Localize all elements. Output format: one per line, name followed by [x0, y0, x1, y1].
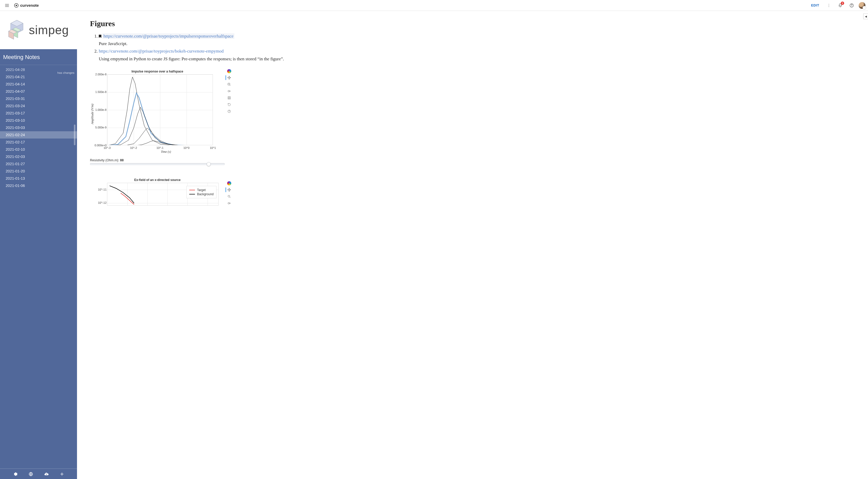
help-icon[interactable] — [847, 1, 856, 10]
wheel-zoom-icon[interactable] — [227, 201, 231, 206]
sidebar: simpeg Meeting Notes has changes 2021-04… — [0, 11, 77, 479]
brand-logo[interactable]: curvenote — [14, 3, 39, 8]
slider-label: Resistivity (Ohm.m): — [90, 159, 120, 162]
svg-point-38 — [228, 195, 230, 197]
sidebar-item-2021-04-14[interactable]: 2021-04-14 — [0, 80, 77, 88]
slider-value: 88 — [120, 159, 124, 162]
figure-2: Ex-field of an x-directed source 10^-111… — [90, 178, 225, 206]
project-logo-text: simpeg — [29, 23, 69, 37]
figure-1-plot[interactable] — [107, 74, 213, 145]
bokeh-logo-icon[interactable] — [227, 181, 231, 185]
sidebar-item-2021-03-03[interactable]: 2021-03-03 — [0, 124, 77, 131]
svg-point-3 — [829, 5, 829, 5]
svg-point-30 — [229, 112, 229, 112]
slider-thumb[interactable] — [207, 162, 211, 166]
bookmark-icon — [99, 35, 101, 38]
sidebar-item-2021-02-24[interactable]: 2021-02-24 — [0, 131, 77, 139]
box-zoom-icon[interactable] — [227, 194, 231, 199]
menu-toggle[interactable] — [3, 1, 11, 10]
sidebar-item-2021-04-28[interactable]: 2021-04-28 — [0, 66, 77, 73]
figure-1-toolbar — [227, 69, 231, 114]
svg-rect-28 — [228, 97, 230, 99]
sidebar-footer — [0, 469, 77, 479]
more-icon[interactable] — [825, 1, 833, 10]
sidebar-item-2021-01-27[interactable]: 2021-01-27 — [0, 160, 77, 168]
reset-icon[interactable] — [227, 102, 231, 107]
svg-point-2 — [829, 4, 829, 4]
notifications-icon[interactable]: 1 — [836, 1, 845, 10]
upload-icon[interactable] — [44, 472, 49, 477]
sidebar-item-2021-04-07[interactable]: 2021-04-07 — [0, 88, 77, 95]
svg-point-24 — [228, 83, 230, 85]
legend-target: Target — [197, 188, 206, 192]
project-banner[interactable]: simpeg — [0, 11, 77, 49]
figure-1: Impulse response over a halfspace Amplit… — [90, 70, 225, 165]
figure-2-toolbar — [227, 181, 231, 206]
wheel-zoom-icon[interactable] — [227, 89, 231, 94]
collapse-toggle[interactable]: ◀ — [863, 13, 868, 19]
resistivity-slider[interactable]: Resistivity (Ohm.m): 88 — [90, 159, 225, 165]
settings-icon[interactable] — [13, 472, 18, 477]
sidebar-item-2021-01-20[interactable]: 2021-01-20 — [0, 168, 77, 175]
sidebar-item-2021-04-21[interactable]: 2021-04-21 — [0, 73, 77, 80]
sidebar-item-2021-01-06[interactable]: 2021-01-06 — [0, 182, 77, 189]
figure-2-title: Ex-field of an x-directed source — [90, 178, 225, 182]
sidebar-item-2021-03-17[interactable]: 2021-03-17 — [0, 109, 77, 117]
svg-point-6 — [851, 6, 852, 6]
sidebar-item-2021-02-03[interactable]: 2021-02-03 — [0, 153, 77, 160]
legend-background: Background — [197, 193, 214, 196]
sidebar-title: Meeting Notes — [0, 49, 77, 64]
svg-point-40 — [229, 203, 230, 204]
notification-badge: 1 — [841, 2, 844, 5]
sidebar-item-2021-02-17[interactable]: 2021-02-17 — [0, 139, 77, 146]
sidebar-item-2021-02-10[interactable]: 2021-02-10 — [0, 146, 77, 153]
figure-2-legend: Target Background — [186, 186, 216, 198]
sidebar-item-2021-01-13[interactable]: 2021-01-13 — [0, 175, 77, 182]
sidebar-nav[interactable]: has changes 2021-04-282021-04-212021-04-… — [0, 65, 77, 467]
figure-link-2[interactable]: https://curvenote.com/@prisae/toyproject… — [99, 49, 224, 54]
main-content[interactable]: Figures https://curvenote.com/@prisae/to… — [77, 11, 868, 479]
svg-point-26 — [228, 90, 229, 92]
figure-link-1[interactable]: https://curvenote.com/@prisae/toyproject… — [102, 33, 235, 39]
avatar[interactable] — [859, 2, 865, 9]
page-title: Figures — [90, 19, 298, 28]
sidebar-item-2021-03-31[interactable]: 2021-03-31 — [0, 95, 77, 102]
figure-1-xlabel: Time (s) — [107, 150, 225, 154]
sidebar-item-2021-03-10[interactable]: 2021-03-10 — [0, 117, 77, 124]
box-zoom-icon[interactable] — [227, 82, 231, 87]
sidebar-item-2021-03-24[interactable]: 2021-03-24 — [0, 102, 77, 109]
figure-1-title: Impulse response over a halfspace — [90, 70, 225, 73]
figure-link-list: https://curvenote.com/@prisae/toyproject… — [99, 33, 298, 62]
save-icon[interactable] — [227, 96, 231, 100]
svg-point-39 — [228, 203, 229, 204]
pan-icon[interactable] — [227, 75, 231, 80]
topbar: curvenote EDIT 1 — [0, 0, 868, 11]
simpeg-cube-icon — [8, 20, 26, 40]
svg-point-27 — [229, 91, 230, 92]
edit-button[interactable]: EDIT — [808, 2, 822, 9]
add-icon[interactable] — [59, 472, 65, 477]
bokeh-logo-icon[interactable] — [227, 69, 231, 73]
public-icon[interactable] — [28, 472, 33, 477]
pan-icon[interactable] — [227, 187, 231, 192]
brand-name: curvenote — [20, 3, 39, 7]
svg-point-1 — [16, 5, 17, 6]
svg-point-4 — [829, 6, 829, 7]
toolbar-help-icon[interactable] — [227, 109, 231, 114]
figure-desc-1: Pure JavaScript. — [99, 40, 298, 47]
figure-desc-2: Using empymod in Python to create JS fig… — [99, 56, 298, 62]
